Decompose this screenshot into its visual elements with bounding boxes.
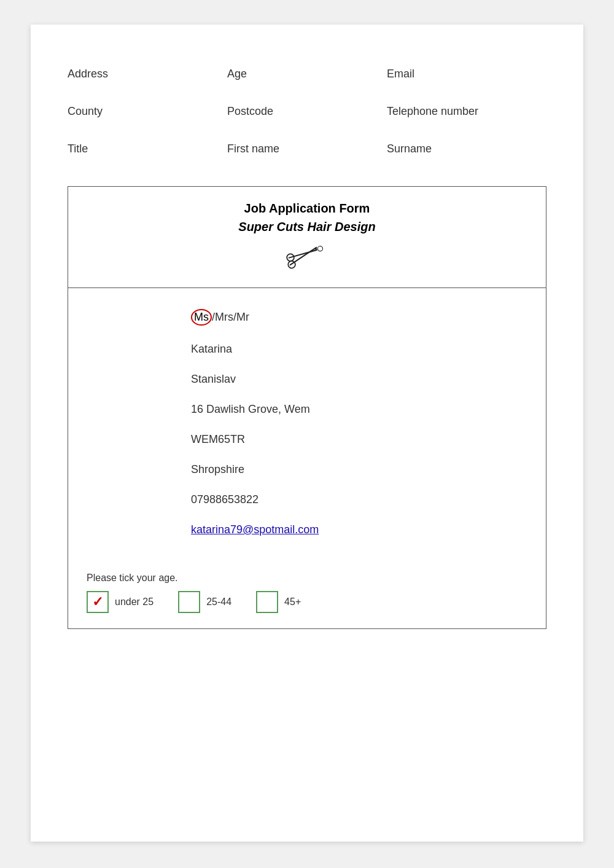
surname-value: Stanislav bbox=[191, 364, 527, 394]
address-label: Address bbox=[68, 55, 227, 93]
svg-point-5 bbox=[317, 246, 323, 251]
label-45plus: 45+ bbox=[284, 596, 301, 608]
top-labels-section: Address Age Email County Postcode Teleph… bbox=[68, 55, 546, 168]
age-section-label: Please tick your age. bbox=[87, 573, 527, 584]
county-value: Shropshire bbox=[191, 455, 527, 485]
checkbox-under25[interactable]: ✓ bbox=[87, 591, 109, 613]
telephone-label: Telephone number bbox=[387, 93, 546, 130]
title-value: Ms/Mrs/Mr bbox=[191, 300, 527, 334]
county-label: County bbox=[68, 93, 227, 130]
email-value: katarina79@spotmail.com bbox=[191, 515, 527, 545]
page: Address Age Email County Postcode Teleph… bbox=[31, 25, 583, 842]
age-section: Please tick your age. ✓ under 25 25-44 4… bbox=[68, 563, 546, 628]
postcode-label: Postcode bbox=[227, 93, 387, 130]
ms-circled: Ms bbox=[191, 309, 212, 326]
age-options: ✓ under 25 25-44 45+ bbox=[87, 591, 527, 613]
scissors-icon bbox=[283, 237, 331, 275]
form-data-section: Ms/Mrs/Mr Katarina Stanislav 16 Dawlish … bbox=[68, 288, 546, 563]
surname-label: Surname bbox=[387, 130, 546, 168]
age-label-top: Age bbox=[227, 55, 387, 93]
firstname-label: First name bbox=[227, 130, 387, 168]
form-box: Job Application Form Super Cuts Hair Des… bbox=[68, 186, 546, 629]
email-label-top: Email bbox=[387, 55, 546, 93]
postcode-value: WEM65TR bbox=[191, 424, 527, 455]
email-link[interactable]: katarina79@spotmail.com bbox=[191, 523, 319, 536]
title-label: Title bbox=[68, 130, 227, 168]
form-title: Job Application Form bbox=[80, 199, 534, 217]
checkbox-45plus[interactable] bbox=[256, 591, 278, 613]
form-subtitle: Super Cuts Hair Design bbox=[80, 217, 534, 236]
label-under25: under 25 bbox=[115, 596, 154, 608]
address-value: 16 Dawlish Grove, Wem bbox=[191, 394, 527, 424]
title-rest: /Mrs/Mr bbox=[212, 311, 249, 323]
telephone-value: 07988653822 bbox=[191, 485, 527, 515]
label-25-44: 25-44 bbox=[206, 596, 231, 608]
checkbox-25-44[interactable] bbox=[178, 591, 200, 613]
firstname-value: Katarina bbox=[191, 334, 527, 364]
form-header: Job Application Form Super Cuts Hair Des… bbox=[68, 187, 546, 288]
